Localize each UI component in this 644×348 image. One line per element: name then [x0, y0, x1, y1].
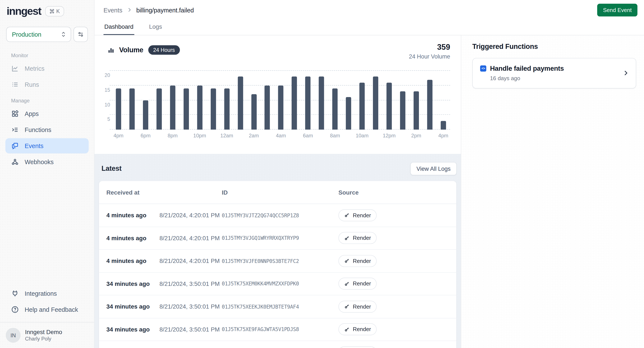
received-relative-time: 4 minutes ago [106, 235, 155, 242]
functions-icon [11, 126, 19, 133]
sidebar-item-functions[interactable]: Functions [5, 122, 89, 137]
volume-bar[interactable] [400, 91, 406, 129]
volume-bar[interactable] [170, 86, 175, 130]
user-menu[interactable]: IN Inngest Demo Charly Poly [0, 322, 94, 348]
volume-total-label: 24 Hour Volume [409, 53, 450, 60]
triggered-function-card[interactable]: <> Handle failed payments 16 days ago [472, 58, 636, 88]
x-axis-tick-label [315, 133, 328, 139]
x-axis-tick-label [396, 133, 410, 139]
sidebar-item-label: Runs [24, 81, 39, 88]
sidebar-item-metrics[interactable]: Metrics [5, 61, 89, 76]
volume-bar[interactable] [386, 83, 392, 129]
command-k-shortcut[interactable]: K [45, 6, 64, 17]
breadcrumb-current: billing/payment.failed [136, 7, 194, 14]
sidebar-item-label: Metrics [24, 65, 44, 72]
y-axis-tick-label: 15 [100, 87, 110, 93]
environment-select-value: Production [12, 31, 42, 38]
received-relative-time: 34 minutes ago [106, 303, 155, 310]
volume-bar[interactable] [414, 91, 419, 129]
chevron-up-down-icon [60, 31, 66, 38]
sidebar-item-apps[interactable]: Apps [5, 106, 89, 121]
table-row[interactable]: 34 minutes ago8/21/2024, 3:50:01 PM01J5T… [99, 295, 456, 318]
volume-bar[interactable] [251, 94, 256, 130]
source-label: Render [353, 258, 371, 264]
key-icon [344, 212, 350, 218]
source-badge[interactable]: Render [338, 209, 377, 221]
source-badge[interactable]: Render [338, 346, 377, 348]
volume-bar[interactable] [130, 88, 135, 130]
volume-bar[interactable] [197, 86, 202, 130]
volume-bar[interactable] [210, 88, 216, 130]
source-badge[interactable]: Render [338, 301, 377, 313]
send-event-button[interactable]: Send Event [597, 4, 638, 16]
volume-bar[interactable] [427, 80, 432, 130]
source-badge[interactable]: Render [338, 255, 377, 267]
x-axis-tick-label: 12pm [382, 133, 396, 139]
volume-bar[interactable] [440, 121, 446, 130]
volume-bar[interactable] [305, 77, 311, 130]
triggered-functions-title: Triggered Functions [472, 43, 638, 51]
column-header-received-at: Received at [106, 189, 155, 196]
tab-logs[interactable]: Logs [148, 20, 163, 35]
sidebar-item-runs[interactable]: Runs [5, 77, 89, 92]
plug-icon [11, 289, 19, 297]
volume-bar[interactable] [265, 86, 270, 130]
x-axis-tick-label [206, 133, 220, 139]
environment-settings-button[interactable] [74, 27, 88, 42]
sidebar: inngest K Production Monito [0, 0, 94, 348]
event-id: 01J5TK75XEEKJK0EMJBTET9AF4 [220, 303, 338, 310]
source-badge[interactable]: Render [338, 323, 377, 335]
user-name: Charly Poly [25, 336, 62, 342]
webhooks-icon [11, 158, 19, 166]
key-icon [344, 304, 350, 309]
table-row[interactable]: 34 minutes ago8/21/2024, 3:50:01 PM01J5T… [99, 318, 456, 341]
x-axis-tick-label [179, 133, 193, 139]
sidebar-item-label: Apps [24, 110, 39, 117]
volume-bar[interactable] [373, 77, 378, 130]
table-row[interactable]: 4 minutes ago8/21/2024, 4:20:01 PM01J5TM… [99, 250, 456, 273]
table-row[interactable]: 34 minutes ago8/21/2024, 3:50:01 PM01J5T… [99, 273, 456, 295]
x-axis-tick-label: 4am [274, 133, 288, 139]
latest-title: Latest [102, 164, 122, 173]
volume-bar[interactable] [360, 83, 365, 129]
chevron-right-icon [622, 69, 629, 77]
table-row[interactable]: 44 minutes ago8/21/2024, 3:40:01 PM01J5T… [99, 341, 456, 348]
volume-bar[interactable] [278, 86, 284, 130]
volume-bar[interactable] [346, 97, 351, 130]
table-row[interactable]: 4 minutes ago8/21/2024, 4:20:01 PM01J5TM… [99, 227, 456, 250]
sidebar-item-events[interactable]: Events [5, 138, 89, 153]
chart-x-axis-labels: 4pm6pm8pm10pm12am2am4am6am8am10am12pm2pm… [112, 133, 450, 139]
breadcrumb-events-link[interactable]: Events [104, 7, 122, 14]
volume-bar[interactable] [238, 77, 243, 130]
tab-dashboard[interactable]: Dashboard [104, 20, 134, 35]
sidebar-item-webhooks[interactable]: Webhooks [5, 154, 89, 169]
volume-bar[interactable] [156, 88, 162, 130]
view-all-logs-button[interactable]: View All Logs [410, 162, 457, 175]
x-axis-tick-label: 10pm [193, 133, 206, 139]
sidebar-item-label: Functions [24, 126, 51, 133]
x-axis-tick-label: 8pm [166, 133, 179, 139]
volume-bar[interactable] [184, 88, 189, 130]
sidebar-item-label: Events [24, 142, 44, 149]
volume-bar[interactable] [116, 88, 121, 130]
source-badge[interactable]: Render [338, 278, 377, 290]
key-icon [344, 281, 350, 287]
received-relative-time: 34 minutes ago [106, 326, 155, 333]
sidebar-item-label: Help and Feedback [24, 306, 78, 313]
volume-bar[interactable] [332, 88, 338, 130]
main-area: Events billing/payment.failed Send Event… [94, 0, 644, 348]
column-header-id: ID [220, 189, 338, 196]
events-table: Received at ID Source 4 minutes ago8/21/… [99, 181, 457, 348]
volume-bar[interactable] [292, 77, 297, 130]
environment-select[interactable]: Production [6, 27, 71, 42]
table-row[interactable]: 4 minutes ago8/21/2024, 4:20:01 PM01J5TM… [99, 204, 456, 227]
volume-bar[interactable] [143, 100, 148, 130]
sidebar-item-help-and-feedback[interactable]: Help and Feedback [5, 302, 89, 317]
volume-bar[interactable] [319, 77, 324, 130]
source-badge[interactable]: Render [338, 232, 377, 244]
sidebar-item-integrations[interactable]: Integrations [5, 286, 89, 301]
received-datetime: 8/21/2024, 4:20:01 PM [155, 235, 220, 242]
volume-bar[interactable] [224, 88, 229, 130]
breadcrumb: Events billing/payment.failed [104, 7, 194, 14]
latest-events-section: Latest View All Logs Received at ID Sour… [94, 154, 461, 348]
